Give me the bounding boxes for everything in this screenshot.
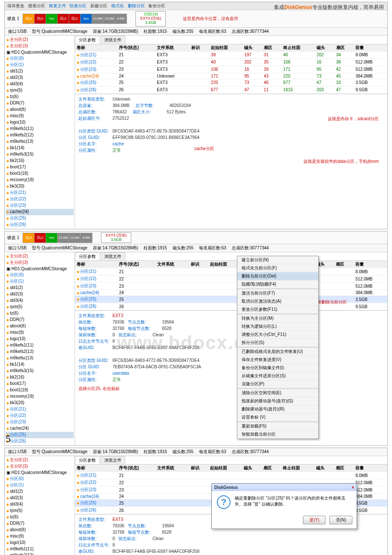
tree-item[interactable]: 分区(25) <box>6 432 74 438</box>
tb-backup[interactable]: 备份分区 <box>148 3 165 8</box>
tree-item[interactable]: aboot(8) <box>6 323 74 330</box>
menu-item[interactable]: 指派新的驱动器号(盘符)(G) <box>237 397 318 405</box>
menu-item[interactable]: 转换为逻辑分区(L) <box>237 323 318 331</box>
tree-item[interactable]: boot1(18) <box>6 171 74 177</box>
tree-item[interactable]: m9kefs3(15) <box>6 151 74 158</box>
tree-item[interactable]: logo(10) <box>6 119 74 126</box>
partition-tree-3[interactable]: 主分区(2)主分区(3)▣ HD1:QualcommMMCStorage 分区(… <box>5 456 75 555</box>
menu-item[interactable]: 隐藏/取消隐藏(F4) <box>237 280 318 289</box>
tree-item[interactable]: misc(9) <box>6 533 74 540</box>
tree-item[interactable]: cache(24) <box>6 209 74 215</box>
tree-item[interactable]: bk3(20) <box>6 400 74 406</box>
tree-item[interactable]: m9kefs2(12) <box>6 552 74 555</box>
menu-item[interactable]: 激活当前分区(F7) <box>237 289 318 298</box>
table-row[interactable]: cache(24)24384.0MB <box>75 290 387 296</box>
tree-item[interactable]: m9kefs2(12) <box>6 349 74 355</box>
tree-item[interactable]: m9kefsc(13) <box>6 139 74 145</box>
tree-item[interactable]: sbl3(4) <box>6 501 74 508</box>
tree-item[interactable]: 分区(1) <box>6 62 74 68</box>
tree-item[interactable]: tz(6) <box>6 310 74 317</box>
tree-item[interactable]: boot1(18) <box>6 387 74 393</box>
menu-item[interactable]: 调整分区大小(Ctrl_F11) <box>237 331 318 339</box>
tree-item[interactable]: tz(6) <box>6 514 74 520</box>
menu-item[interactable]: 保存文件恢复进度(V) <box>237 356 318 364</box>
menu-item[interactable]: 克隆分区(P) <box>237 380 318 388</box>
tree-item[interactable]: misc(9) <box>6 330 74 336</box>
tree-item[interactable]: sbl2(3) <box>6 495 74 501</box>
tree-item[interactable]: 分区(26) <box>6 222 74 228</box>
tree-item[interactable]: rpm(5) <box>6 304 74 310</box>
tree-item[interactable]: 主分区(2) <box>6 37 74 43</box>
tree-item[interactable]: m9kefs1(11) <box>6 126 74 132</box>
tree-item[interactable]: sbl1(2) <box>6 285 74 291</box>
tb-fast[interactable]: 快速分区 <box>69 3 86 8</box>
table-row[interactable]: 分区(22)22512.0MB <box>75 275 387 283</box>
tree-item[interactable]: m9kefs1(11) <box>6 546 74 552</box>
tree-item[interactable]: 分区(1) <box>6 482 74 489</box>
table-row[interactable]: 分区(25)25EXT3220734667747103.5GB <box>75 79 387 86</box>
tree-item[interactable]: 主分区(2) <box>6 457 74 463</box>
menu-item[interactable]: 取消分区激活状态(A) <box>237 298 318 306</box>
tree-item[interactable]: 分区(21) <box>6 190 74 196</box>
tree-item[interactable]: aboot(8) <box>6 527 74 533</box>
partition-tree-1[interactable]: 主分区(2)主分区(3)▣ HD1:QualcommMMCStorage 分区(… <box>5 36 75 229</box>
tree-item[interactable]: tz(6) <box>6 94 74 100</box>
tab-browse[interactable]: 浏览文件 <box>101 36 125 44</box>
menu-item[interactable]: 拆分分区(S) <box>237 339 318 347</box>
tree-item[interactable]: recovery(19) <box>6 177 74 183</box>
tree-item[interactable]: m9kefs2(12) <box>6 132 74 139</box>
tb-search[interactable]: 搜索分区 <box>28 3 45 8</box>
tree-disk[interactable]: ▣ HD1:QualcommMMCStorage <box>6 266 74 272</box>
tree-item[interactable]: 分区(22) <box>6 196 74 202</box>
menu-item[interactable]: 备份分区到镜像文件(I) <box>237 364 318 372</box>
tree-item[interactable]: 主分区(2) <box>6 253 74 260</box>
tree-item[interactable]: 主分区(3) <box>6 43 74 49</box>
tree-item[interactable]: bk1(14) <box>6 361 74 368</box>
tree-item[interactable]: logo(10) <box>6 336 74 342</box>
tree-item[interactable]: m9kefs1(11) <box>6 342 74 349</box>
tree-item[interactable]: 分区(0) <box>6 476 74 482</box>
tree-item[interactable]: m9kefs3(15) <box>6 368 74 374</box>
menu-item[interactable]: 删除驱动器号(盘符)(R) <box>237 405 318 413</box>
tree-item[interactable]: DDR(7) <box>6 520 74 527</box>
tab-params[interactable]: 分区参数 <box>75 252 100 260</box>
menu-item[interactable]: 格式化当前分区(F) <box>237 264 318 272</box>
table-row[interactable]: 分区(26)26EXT367747111915203479.5GB <box>75 86 387 93</box>
table-row[interactable]: cache(24)24Unknown17195432207345384.0MB <box>75 73 387 79</box>
context-menu[interactable]: 建立新分区(N)格式化当前分区(F)删除当前分区(Del)隐藏/取消隐藏(F4)… <box>237 256 319 439</box>
tb-recover[interactable]: 恢复文件 <box>49 3 66 8</box>
tab-browse[interactable]: 浏览文件 <box>101 252 125 260</box>
tb-delete[interactable]: 删除分区 <box>128 3 145 8</box>
tree-item[interactable]: boot(17) <box>6 164 74 171</box>
tree-item[interactable]: rpm(5) <box>6 508 74 514</box>
tb-format[interactable]: 格式化 <box>111 3 124 8</box>
tree-item[interactable]: cache(24) <box>6 425 74 432</box>
yes-button[interactable]: 是(Y) <box>303 516 326 524</box>
menu-item[interactable]: 设置卷标 (V) <box>237 413 318 422</box>
no-button[interactable]: 否(N) <box>329 516 352 524</box>
tree-item[interactable]: bk3(20) <box>6 183 74 190</box>
tree-item[interactable]: sbl3(4) <box>6 298 74 304</box>
tree-item[interactable]: bk2(16) <box>6 374 74 381</box>
tree-item[interactable]: 分区(23) <box>6 202 74 209</box>
table-row[interactable]: 分区(21)218.0MB <box>75 268 387 275</box>
menu-item[interactable]: 删除当前分区(Del) <box>237 272 318 280</box>
menu-item[interactable]: 重新加载(F5) <box>237 422 318 431</box>
tree-item[interactable]: logo(10) <box>6 540 74 546</box>
tree-item[interactable]: m9kefsc(13) <box>6 355 74 361</box>
tree-item[interactable]: sbl3(4) <box>6 81 74 87</box>
tree-disk[interactable]: ▣ HD1:QualcommMMCStorage <box>6 49 74 55</box>
menu-item[interactable]: 转换为主分区(M) <box>237 315 318 323</box>
tree-item[interactable]: aboot(8) <box>6 107 74 113</box>
table-row[interactable]: 分区(21)21EXT3391973140202348.0MB <box>75 51 387 58</box>
menu-item[interactable]: 从镜像文件还原分区(S) <box>237 372 318 380</box>
tree-item[interactable]: 主分区(3) <box>6 463 74 470</box>
menu-item[interactable]: 已删除或格式化后的文件恢复(U) <box>237 348 318 356</box>
tree-item[interactable]: sbl1(2) <box>6 68 74 75</box>
tb-save[interactable]: 保存更改 <box>7 3 24 8</box>
tab-browse[interactable]: 浏览文件 <box>101 456 125 464</box>
tree-item[interactable]: 分区(0) <box>6 55 74 62</box>
menu-item[interactable]: 智能加载当前分区 <box>237 431 318 439</box>
tree-item[interactable]: rpm(5) <box>6 87 74 94</box>
tree-item[interactable]: bk2(16) <box>6 158 74 164</box>
